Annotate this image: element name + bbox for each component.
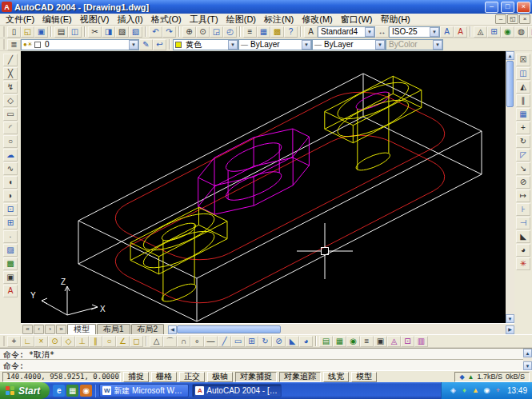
snap-insertion-button[interactable]: ∩: [177, 336, 190, 347]
edit-spline-button[interactable]: ▭: [231, 336, 245, 347]
make-block-button[interactable]: ⊞: [3, 217, 18, 229]
show-desktop-icon[interactable]: ▦: [66, 385, 78, 397]
toolbar-grip[interactable]: [3, 336, 6, 346]
menu-file[interactable]: 文件(F): [2, 14, 38, 26]
rectangle-button[interactable]: ▭: [3, 108, 18, 121]
ellipse-arc-button[interactable]: ◗: [3, 190, 18, 202]
explode-button[interactable]: ✳: [516, 257, 530, 270]
tab-model[interactable]: 模型: [67, 324, 96, 334]
named-ucs-button[interactable]: ▣: [374, 336, 387, 347]
plot-preview-button[interactable]: ◫: [68, 26, 82, 38]
layer-combo[interactable]: ● ☀ 0 ▼: [21, 39, 139, 50]
toggle-osnap[interactable]: 对象捕捉: [235, 372, 277, 382]
paste-button[interactable]: ▨: [115, 26, 129, 38]
ucs-button[interactable]: ≡: [360, 336, 374, 347]
internet-explorer-icon[interactable]: e: [53, 385, 65, 397]
chevron-down-icon[interactable]: ▼: [430, 27, 439, 37]
horizontal-scrollbar[interactable]: ◀ ▶: [168, 325, 514, 334]
text-style-button[interactable]: A: [304, 26, 318, 38]
break-button[interactable]: ⊣: [516, 217, 530, 229]
edit-array-button[interactable]: ↻: [258, 336, 272, 347]
chamfer-button[interactable]: ◣: [516, 230, 530, 243]
media-player-icon[interactable]: ◉: [80, 385, 92, 397]
toggle-ortho[interactable]: 正交: [179, 372, 205, 382]
taskbar-task-word[interactable]: W 新建 Microsoft Word ...: [99, 384, 189, 397]
toggle-otrack[interactable]: 对象追踪: [279, 372, 321, 382]
scroll-left-icon[interactable]: ◀: [168, 325, 177, 334]
point-button[interactable]: ∙: [3, 230, 18, 243]
help-button[interactable]: ?: [284, 26, 298, 38]
snap-node-button[interactable]: ◻: [130, 336, 143, 347]
toggle-lineweight[interactable]: 线宽: [323, 372, 349, 382]
edit-polyline-button[interactable]: ╱: [218, 336, 231, 347]
menu-format[interactable]: 格式(O): [147, 14, 186, 26]
spline-button[interactable]: ∿: [3, 162, 18, 175]
pan-button[interactable]: ⊕: [182, 26, 196, 38]
vertical-scrollbar[interactable]: ▲ ▼: [506, 51, 514, 323]
move-button[interactable]: +: [516, 122, 530, 134]
tray-icon-4[interactable]: ◉: [482, 387, 491, 394]
maximize-button[interactable]: □: [501, 2, 514, 13]
shade-button[interactable]: ◬: [387, 336, 401, 347]
scale-button[interactable]: ◸: [516, 149, 530, 162]
edit-fillet-button[interactable]: ◕: [299, 336, 313, 347]
ellipse-button[interactable]: ◖: [3, 176, 18, 189]
match-properties-button[interactable]: ▧: [129, 26, 142, 38]
text-button[interactable]: A: [440, 26, 454, 38]
layer-previous-button[interactable]: ↩: [153, 39, 166, 50]
plot-button[interactable]: ▤: [54, 26, 68, 38]
multiline-text-button[interactable]: A: [3, 285, 18, 297]
mirror-button[interactable]: ◭: [516, 81, 530, 94]
taskbar-task-autocad[interactable]: A AutoCAD 2004 - [Dra...: [192, 384, 282, 397]
autocad-app-icon[interactable]: A: [2, 2, 12, 12]
dim-style-button[interactable]: ↔: [375, 26, 389, 38]
gradient-button[interactable]: ▩: [3, 257, 18, 270]
snap-quadrant-button[interactable]: ⌒: [163, 336, 177, 347]
edit-hatch-button[interactable]: ⊞: [245, 336, 258, 347]
menu-draw[interactable]: 绘图(D): [222, 14, 260, 26]
chevron-down-icon[interactable]: ▼: [375, 40, 385, 50]
construction-line-button[interactable]: ╳: [3, 67, 18, 80]
snap-nearest-button[interactable]: △: [150, 336, 163, 347]
tab-layout1[interactable]: 布局1: [97, 324, 130, 334]
tab-next-button[interactable]: ›: [45, 325, 55, 334]
area-button[interactable]: ▥: [528, 26, 532, 38]
layer-manager-button[interactable]: ≣: [7, 39, 21, 50]
tab-previous-button[interactable]: ‹: [34, 325, 44, 334]
snap-tangent-button[interactable]: ∠: [116, 336, 130, 347]
undo-button[interactable]: ↶: [149, 26, 162, 38]
menu-insert[interactable]: 插入(I): [113, 14, 146, 26]
scroll-right-icon[interactable]: ▶: [506, 325, 514, 334]
tab-last-button[interactable]: »: [56, 325, 66, 334]
arc-button[interactable]: ◜: [3, 122, 18, 134]
menu-edit[interactable]: 编辑(E): [38, 14, 76, 26]
tray-icon-3[interactable]: ▲: [471, 387, 480, 394]
hatch-button[interactable]: ▨: [3, 244, 18, 257]
polyline-button[interactable]: ↯: [3, 81, 18, 94]
vertical-scroll-thumb[interactable]: [506, 61, 514, 107]
copy-object-button[interactable]: ◫: [516, 67, 530, 80]
save-button[interactable]: ▣: [34, 26, 48, 38]
snap-intersection-button[interactable]: ◇: [62, 336, 75, 347]
zoom-window-button[interactable]: ◲: [210, 26, 223, 38]
layer-on-icon[interactable]: ●: [22, 41, 27, 48]
toggle-model-space[interactable]: 模型: [351, 372, 377, 382]
line-button[interactable]: ╱: [3, 54, 18, 66]
snap-perpendicular-button[interactable]: ⊥: [75, 336, 89, 347]
fillet-button[interactable]: ◕: [516, 244, 530, 257]
view-front-button[interactable]: ▦: [333, 336, 346, 347]
edit-chamfer-button[interactable]: ◣: [286, 336, 299, 347]
extend-button[interactable]: ↦: [516, 190, 530, 202]
toolbar-grip[interactable]: [3, 26, 6, 37]
toolbar-grip[interactable]: [3, 39, 6, 50]
drawing-canvas[interactable]: Z X Y: [21, 51, 506, 323]
snap-none-button[interactable]: ∘: [190, 336, 204, 347]
erase-button[interactable]: ☒: [516, 54, 530, 66]
distance-button[interactable]: ◍: [514, 26, 528, 38]
toggle-polar[interactable]: 极轴: [207, 372, 233, 382]
make-layer-current-button[interactable]: ✎: [139, 39, 153, 50]
revision-cloud-button[interactable]: ☁: [3, 149, 18, 162]
menu-dimension[interactable]: 标注(N): [260, 14, 298, 26]
trim-button[interactable]: ⊘: [516, 176, 530, 189]
stretch-button[interactable]: ↘: [516, 162, 530, 175]
